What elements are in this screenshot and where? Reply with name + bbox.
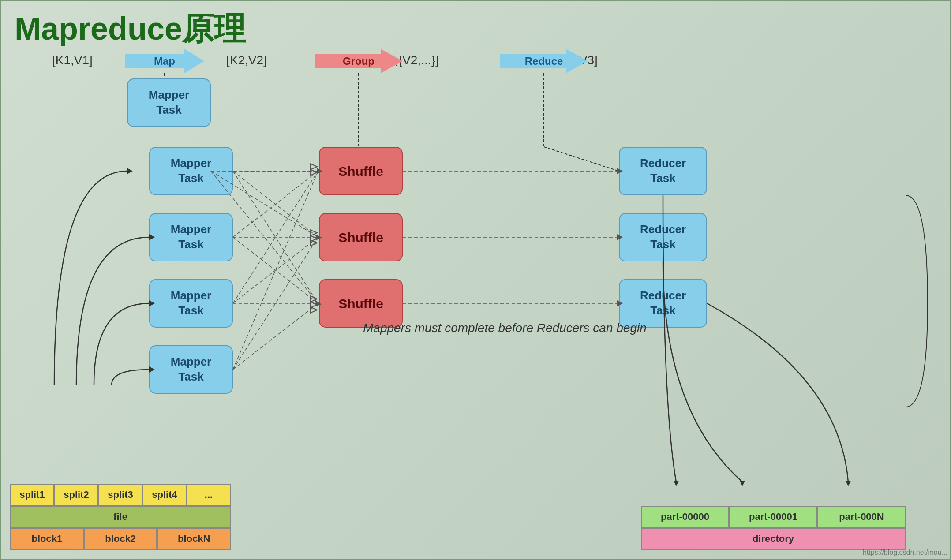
svg-line-25 bbox=[233, 303, 318, 370]
mapper-task-5: MapperTask bbox=[149, 345, 233, 394]
splits-row: split1 split2 split3 split4 ... bbox=[10, 484, 231, 506]
part1-cell: part-00001 bbox=[729, 506, 817, 528]
block1-cell: block1 bbox=[10, 528, 84, 550]
group-arrow: Group bbox=[315, 49, 403, 73]
svg-line-23 bbox=[233, 171, 318, 370]
reduce-arrow: Reduce bbox=[500, 49, 588, 73]
blocks-row: block1 block2 blockN bbox=[10, 528, 231, 550]
svg-marker-32 bbox=[674, 481, 679, 486]
blockN-cell: blockN bbox=[157, 528, 231, 550]
file-cell: file bbox=[10, 506, 231, 528]
bottom-table-right: part-00000 part-00001 part-000N director… bbox=[641, 506, 906, 550]
watermark: https://blog.csdn.net/mou... bbox=[863, 549, 947, 556]
svg-line-19 bbox=[233, 237, 318, 303]
parts-row: part-00000 part-00001 part-000N bbox=[641, 506, 906, 528]
note-text: Mappers must complete before Reducers ca… bbox=[363, 319, 647, 337]
mapper-task-4: MapperTask bbox=[149, 279, 233, 328]
bottom-table-left: split1 split2 split3 split4 ... file blo… bbox=[10, 484, 231, 550]
svg-marker-39 bbox=[310, 240, 317, 246]
shuffle-1: Shuffle bbox=[319, 147, 403, 195]
svg-line-16 bbox=[233, 171, 318, 303]
svg-line-3 bbox=[544, 147, 619, 171]
map-arrow: Map bbox=[125, 49, 204, 73]
block2-cell: block2 bbox=[84, 528, 157, 550]
split2-cell: split2 bbox=[54, 484, 98, 506]
file-row: file bbox=[10, 506, 231, 528]
svg-marker-42 bbox=[310, 307, 317, 313]
reducer-task-1: ReducerTask bbox=[619, 147, 707, 195]
split3-cell: split3 bbox=[98, 484, 142, 506]
svg-marker-33 bbox=[740, 481, 745, 486]
label-k2v2: [K2,V2] bbox=[226, 53, 267, 67]
mapper-task-1: MapperTask bbox=[127, 78, 211, 127]
page-title: Mapreduce原理 bbox=[15, 8, 246, 50]
part0-cell: part-00000 bbox=[641, 506, 729, 528]
svg-line-24 bbox=[233, 237, 318, 370]
main-container: Mapreduce原理 [K1,V1] [K2,V2] [K2,{V2,...}… bbox=[0, 0, 951, 560]
label-k1v1: [K1,V1] bbox=[52, 53, 93, 67]
svg-marker-35 bbox=[310, 164, 317, 170]
mapper-task-2: MapperTask bbox=[149, 147, 233, 195]
reducer-task-2: ReducerTask bbox=[619, 213, 707, 261]
directory-cell: directory bbox=[641, 528, 906, 550]
svg-line-15 bbox=[233, 171, 318, 237]
svg-line-17 bbox=[233, 171, 318, 237]
svg-marker-4 bbox=[127, 168, 133, 174]
svg-marker-38 bbox=[310, 235, 317, 242]
svg-marker-41 bbox=[310, 302, 317, 308]
svg-marker-34 bbox=[846, 481, 851, 486]
partN-cell: part-000N bbox=[817, 506, 906, 528]
svg-marker-37 bbox=[310, 230, 317, 236]
svg-line-20 bbox=[233, 171, 318, 303]
split1-cell: split1 bbox=[10, 484, 54, 506]
svg-line-21 bbox=[233, 237, 318, 303]
svg-marker-36 bbox=[310, 169, 317, 175]
split4-cell: split4 bbox=[142, 484, 187, 506]
mapper-task-3: MapperTask bbox=[149, 213, 233, 261]
shuffle-2: Shuffle bbox=[319, 213, 403, 261]
svg-marker-40 bbox=[310, 296, 317, 302]
directory-row: directory bbox=[641, 528, 906, 550]
split-etc-cell: ... bbox=[187, 484, 231, 506]
